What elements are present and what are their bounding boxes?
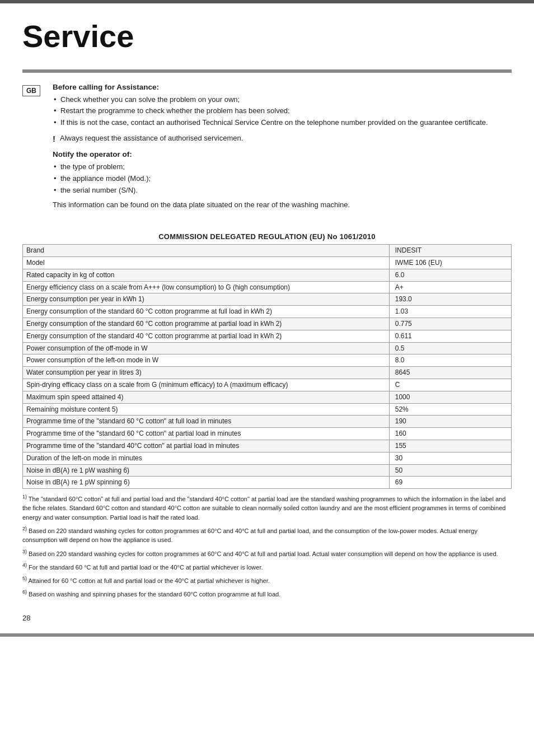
notify-operator-section: Notify the operator of: the type of prob… xyxy=(53,150,512,210)
before-calling-section: Before calling for Assistance: Check whe… xyxy=(53,83,512,144)
page-title: Service xyxy=(22,19,512,54)
table-cell-value: 8645 xyxy=(389,367,511,379)
table-row: Noise in dB(A) re 1 pW spinning 6)69 xyxy=(23,477,512,489)
footnote-item: 2) Based on 220 standard washing cycles … xyxy=(22,525,512,545)
lang-label-area: GB xyxy=(22,83,47,216)
list-item: If this is not the case, contact an auth… xyxy=(53,118,512,128)
table-row: Power consumption of the left-on mode in… xyxy=(23,354,512,367)
bottom-area: 28 xyxy=(0,603,534,628)
table-row: Programme time of the "standard 60 °C co… xyxy=(23,416,512,428)
table-cell-value: C xyxy=(389,379,511,391)
table-row: Remaining moisture content 5)52% xyxy=(23,403,512,416)
table-cell-label: Brand xyxy=(23,245,390,257)
notify-operator-info: This information can be found on the dat… xyxy=(53,199,512,211)
table-cell-value: 0.5 xyxy=(389,342,511,354)
content-area: GB Before calling for Assistance: Check … xyxy=(0,73,534,216)
table-cell-value: 8.0 xyxy=(389,354,511,367)
table-cell-label: Energy consumption of the standard 60 °C… xyxy=(23,318,390,330)
table-cell-label: Programme time of the "standard 60 °C co… xyxy=(23,416,390,428)
exclamation-text: Always request the assistance of authori… xyxy=(60,134,243,142)
table-row: Energy consumption of the standard 40 °C… xyxy=(23,330,512,342)
table-cell-value: 0.775 xyxy=(389,318,511,330)
table-cell-value: 6.0 xyxy=(389,269,511,281)
table-cell-value: 193.0 xyxy=(389,293,511,306)
table-cell-label: Noise in dB(A) re 1 pW washing 6) xyxy=(23,464,390,477)
table-cell-label: Programme time of the "standard 40°C cot… xyxy=(23,440,390,452)
table-row: Power consumption of the off-mode in W0.… xyxy=(23,342,512,354)
footnote-item: 4) For the standard 60 °C at full and pa… xyxy=(22,562,512,572)
list-item: Restart the programme to check whether t… xyxy=(53,106,512,116)
footnotes-area: 1) The "standard 60°C cotton" at full an… xyxy=(22,493,512,599)
table-row: Energy consumption of the standard 60 °C… xyxy=(23,318,512,330)
notify-operator-heading: Notify the operator of: xyxy=(53,150,512,158)
table-row: Rated capacity in kg of cotton6.0 xyxy=(23,269,512,281)
table-row: Programme time of the "standard 40°C cot… xyxy=(23,440,512,452)
table-cell-label: Water consumption per year in litres 3) xyxy=(23,367,390,379)
footnote-item: 3) Based on 220 standard washing cycles … xyxy=(22,548,512,558)
table-cell-label: Remaining moisture content 5) xyxy=(23,403,390,416)
page-wrapper: Service GB Before calling for Assistance… xyxy=(0,0,534,756)
footnote-item: 6) Based on washing and spinning phases … xyxy=(22,589,512,599)
table-cell-value: 50 xyxy=(389,464,511,477)
table-cell-value: 155 xyxy=(389,440,511,452)
table-cell-value: 0.611 xyxy=(389,330,511,342)
before-calling-heading: Before calling for Assistance: xyxy=(53,83,512,91)
lang-label: GB xyxy=(22,85,40,96)
table-row: Energy consumption of the standard 60 °C… xyxy=(23,306,512,318)
header-area: Service xyxy=(0,3,534,69)
table-cell-label: Noise in dB(A) re 1 pW spinning 6) xyxy=(23,477,390,489)
list-item: the appliance model (Mod.); xyxy=(53,174,512,184)
table-row: ModelIWME 106 (EU) xyxy=(23,256,512,269)
table-cell-value: 1.03 xyxy=(389,306,511,318)
list-item: the serial number (S/N). xyxy=(53,185,512,196)
regulation-table: BrandINDESITModelIWME 106 (EU)Rated capa… xyxy=(22,244,512,489)
exclamation-note: ! Always request the assistance of autho… xyxy=(53,134,512,143)
table-cell-label: Rated capacity in kg of cotton xyxy=(23,269,390,281)
table-cell-label: Model xyxy=(23,256,390,269)
table-row: Programme time of the "standard 60 °C co… xyxy=(23,428,512,440)
footnote-item: 1) The "standard 60°C cotton" at full an… xyxy=(22,493,512,522)
table-row: Duration of the left-on mode in minutes3… xyxy=(23,452,512,464)
table-cell-label: Power consumption of the left-on mode in… xyxy=(23,354,390,367)
regulation-title: COMMISSION DELEGATED REGULATION (EU) No … xyxy=(22,232,512,241)
footnote-item: 5) Attained for 60 °C cotton at full and… xyxy=(22,575,512,585)
table-cell-label: Programme time of the "standard 60 °C co… xyxy=(23,428,390,440)
table-cell-label: Spin-drying efficacy class on a scale fr… xyxy=(23,379,390,391)
table-cell-label: Power consumption of the off-mode in W xyxy=(23,342,390,354)
exclamation-icon: ! xyxy=(53,134,55,143)
table-cell-label: Duration of the left-on mode in minutes xyxy=(23,452,390,464)
table-row: Water consumption per year in litres 3)8… xyxy=(23,367,512,379)
table-cell-value: A+ xyxy=(389,281,511,293)
table-cell-label: Energy efficiency class on a scale from … xyxy=(23,281,390,293)
table-cell-value: 30 xyxy=(389,452,511,464)
table-row: Energy efficiency class on a scale from … xyxy=(23,281,512,293)
bottom-border xyxy=(0,633,534,637)
list-item: the type of problem; xyxy=(53,162,512,172)
notify-operator-list: the type of problem; the appliance model… xyxy=(53,162,512,196)
table-cell-value: 190 xyxy=(389,416,511,428)
table-cell-label: Energy consumption of the standard 60 °C… xyxy=(23,306,390,318)
table-row: Noise in dB(A) re 1 pW washing 6)50 xyxy=(23,464,512,477)
table-cell-value: 1000 xyxy=(389,391,511,403)
main-content: Before calling for Assistance: Check whe… xyxy=(47,83,512,216)
table-cell-label: Energy consumption of the standard 40 °C… xyxy=(23,330,390,342)
table-row: BrandINDESIT xyxy=(23,245,512,257)
table-cell-value: INDESIT xyxy=(389,245,511,257)
table-cell-label: Energy consumption per year in kWh 1) xyxy=(23,293,390,306)
page-number: 28 xyxy=(22,614,30,622)
table-cell-value: IWME 106 (EU) xyxy=(389,256,511,269)
before-calling-list: Check whether you can solve the problem … xyxy=(53,95,512,129)
regulation-section: COMMISSION DELEGATED REGULATION (EU) No … xyxy=(22,232,512,489)
table-row: Maximum spin speed attained 4)1000 xyxy=(23,391,512,403)
table-cell-label: Maximum spin speed attained 4) xyxy=(23,391,390,403)
table-row: Spin-drying efficacy class on a scale fr… xyxy=(23,379,512,391)
table-cell-value: 52% xyxy=(389,403,511,416)
list-item: Check whether you can solve the problem … xyxy=(53,95,512,105)
table-cell-value: 69 xyxy=(389,477,511,489)
table-cell-value: 160 xyxy=(389,428,511,440)
table-row: Energy consumption per year in kWh 1)193… xyxy=(23,293,512,306)
